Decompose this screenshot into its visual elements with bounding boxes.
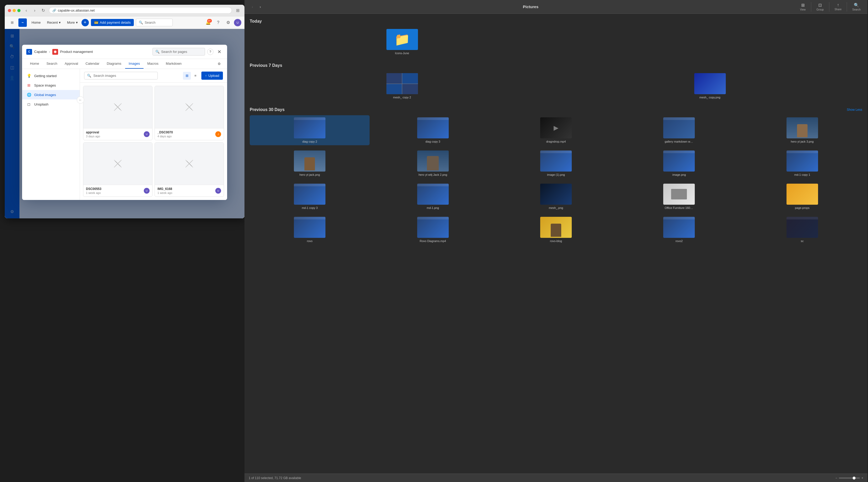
add-payment-button[interactable]: 💳 Add payment details xyxy=(91,19,134,26)
refresh-button[interactable]: ↻ xyxy=(39,7,47,14)
file-item-icons-june[interactable]: 📁 Icons-June xyxy=(250,27,554,57)
tab-markdown[interactable]: Markdown xyxy=(162,59,185,69)
file-thumbnail xyxy=(417,217,449,238)
image-card-footer-dsc0070: _DSC0070 4 days ago J xyxy=(155,128,224,140)
file-thumbnail xyxy=(386,73,418,94)
tab-approval[interactable]: Approval xyxy=(61,59,82,69)
image-time: 1 week ago xyxy=(157,191,172,194)
file-item-page-props[interactable]: page-props xyxy=(742,181,862,211)
image-card-img6168[interactable]: IMG_6168 1 week ago U xyxy=(155,142,224,197)
home-link[interactable]: Home xyxy=(29,19,43,26)
file-item-md1[interactable]: md-1.png xyxy=(373,181,493,211)
file-item-rovo-blog[interactable]: rovo-blog xyxy=(496,215,616,245)
upload-button[interactable]: ↑ Upload xyxy=(202,72,223,80)
minimize-window-btn[interactable] xyxy=(12,9,16,12)
modal-settings-button[interactable]: ⚙ xyxy=(216,60,223,67)
tab-diagrams[interactable]: Diagrams xyxy=(103,59,125,69)
apps-grid-button[interactable]: ⊞ xyxy=(8,19,16,27)
more-link[interactable]: More ▾ xyxy=(64,19,81,26)
grid-view-button[interactable]: ⊞ xyxy=(183,72,191,80)
image-info: _DSC0070 4 days ago xyxy=(157,131,173,138)
images-grid: approval 3 days ago U xyxy=(80,83,227,200)
file-item-gallery-pdf[interactable]: gallery markdown wirefra...done.pdf xyxy=(619,115,739,145)
image-time: 4 days ago xyxy=(157,135,173,138)
image-card-dsc00553[interactable]: DSC00553 1 week ago U xyxy=(83,142,152,197)
url-text: capable-ux.atlassian.net xyxy=(58,8,95,12)
sidebar-item-space-images[interactable]: ⊞ Space images xyxy=(22,81,80,90)
file-item-mesh-copy2[interactable]: mesh_ copy 2 xyxy=(250,71,554,101)
file-item-mesh[interactable]: mesh_.png xyxy=(496,181,616,211)
zoom-in-icon[interactable]: + xyxy=(861,476,863,480)
settings-button[interactable]: ⚙ xyxy=(224,19,232,27)
file-item-hero-yt-jack[interactable]: hero yt jack.png xyxy=(250,148,370,178)
upload-icon: ↑ xyxy=(205,74,207,78)
search-tool[interactable]: 🔍 Search xyxy=(849,2,863,12)
file-item-md1-copy1[interactable]: md-1 copy 1 xyxy=(742,148,862,178)
group-tool[interactable]: ⊡ Group xyxy=(814,2,827,12)
file-item-dragndrop[interactable]: ▶ dragndrop.mp4 xyxy=(496,115,616,145)
tab-home[interactable]: Home xyxy=(26,59,43,69)
file-thumbnail xyxy=(294,117,326,138)
sidebar-item-global-images[interactable]: 🌐 Global images xyxy=(22,90,80,100)
sidebar-toggle-button[interactable]: ⊞ xyxy=(234,7,241,14)
close-window-btn[interactable] xyxy=(8,9,11,12)
show-less-button[interactable]: Show Less xyxy=(847,108,862,112)
help-button[interactable]: ? xyxy=(214,19,222,27)
image-thumbnail-approval xyxy=(83,86,152,128)
file-item-rovo2[interactable]: rovo2 xyxy=(619,215,739,245)
file-item-image1[interactable]: image (1).png xyxy=(496,148,616,178)
share-tool[interactable]: ↑ Share xyxy=(832,2,844,12)
collapse-sidebar-button[interactable]: ← xyxy=(77,96,84,104)
image-time: 1 week ago xyxy=(86,191,101,194)
browser-navigation: ‹ › ↻ xyxy=(23,7,47,14)
modal-search-placeholder: Search for pages xyxy=(161,50,187,54)
sidebar-item-unsplash[interactable]: ◻ Unsplash xyxy=(22,100,80,109)
modal-close-button[interactable]: ✕ xyxy=(216,48,223,56)
upload-label: Upload xyxy=(209,74,219,78)
image-info: IMG_6168 1 week ago xyxy=(157,187,172,194)
file-item-hero-yt-witj[interactable]: hero yt witj Jack 2.png xyxy=(373,148,493,178)
notification-button[interactable]: 🔔 9+ xyxy=(204,19,212,27)
user-avatar[interactable]: U xyxy=(234,19,241,26)
image-card-approval[interactable]: approval 3 days ago U xyxy=(83,86,152,140)
file-item-diag-copy2[interactable]: diag copy 2 xyxy=(250,115,370,145)
image-thumbnail-dsc0070 xyxy=(155,86,224,128)
sidebar-item-getting-started[interactable]: 💡 Getting started xyxy=(22,71,80,81)
share-icon: ↑ xyxy=(837,3,839,7)
file-item-hero-yt-jack3[interactable]: hero yt jack 3.png xyxy=(742,115,862,145)
address-bar[interactable]: 🔗 capable-ux.atlassian.net xyxy=(49,7,232,14)
modal-help-button[interactable]: ? xyxy=(207,49,213,55)
file-item-md1-copy3[interactable]: md-1 copy 3 xyxy=(250,181,370,211)
view-toggle: ⊞ ≡ xyxy=(183,72,199,80)
image-search-input[interactable]: 🔍 Search images xyxy=(84,72,158,80)
back-button[interactable]: ‹ xyxy=(23,7,30,14)
view-label: View xyxy=(800,8,806,11)
breadcrumb-arrow: › xyxy=(49,50,50,54)
forward-button[interactable]: › xyxy=(31,7,38,14)
search-bar[interactable]: 🔍 Search xyxy=(136,19,173,26)
file-item-image[interactable]: image.png xyxy=(619,148,739,178)
back-nav-button[interactable]: ‹ xyxy=(249,3,256,10)
file-item-rovo[interactable]: rovo xyxy=(250,215,370,245)
zoom-slider[interactable] xyxy=(839,478,860,479)
modal-breadcrumb: C Capable › Product management xyxy=(26,49,93,55)
file-item-rovo-diagrams[interactable]: Rovo Diagrams.mp4 xyxy=(373,215,493,245)
tab-images[interactable]: Images xyxy=(125,59,144,69)
view-tool[interactable]: ⊞ View xyxy=(797,2,808,12)
file-item-office-furniture[interactable]: Office Furniture 1600x8...rge copy xyxy=(619,181,739,211)
list-view-button[interactable]: ≡ xyxy=(191,72,199,80)
recent-link[interactable]: Recent ▾ xyxy=(44,19,63,26)
modal-search[interactable]: 🔍 Search for pages xyxy=(152,48,205,56)
add-button[interactable]: + xyxy=(82,19,89,26)
file-item-diag-copy3[interactable]: diag copy 3 xyxy=(373,115,493,145)
tab-calendar[interactable]: Calendar xyxy=(82,59,103,69)
file-item-mesh-copy[interactable]: mesh_ copy.png xyxy=(558,71,862,101)
forward-nav-button[interactable]: › xyxy=(256,3,264,10)
maximize-window-btn[interactable] xyxy=(17,9,21,12)
file-name: md-1 copy 3 xyxy=(302,206,318,209)
tab-macros[interactable]: Macros xyxy=(144,59,162,69)
zoom-out-icon[interactable]: − xyxy=(835,476,837,480)
tab-search[interactable]: Search xyxy=(43,59,61,69)
file-item-sc[interactable]: sc xyxy=(742,215,862,245)
image-card-dsc0070[interactable]: _DSC0070 4 days ago J xyxy=(155,86,224,140)
